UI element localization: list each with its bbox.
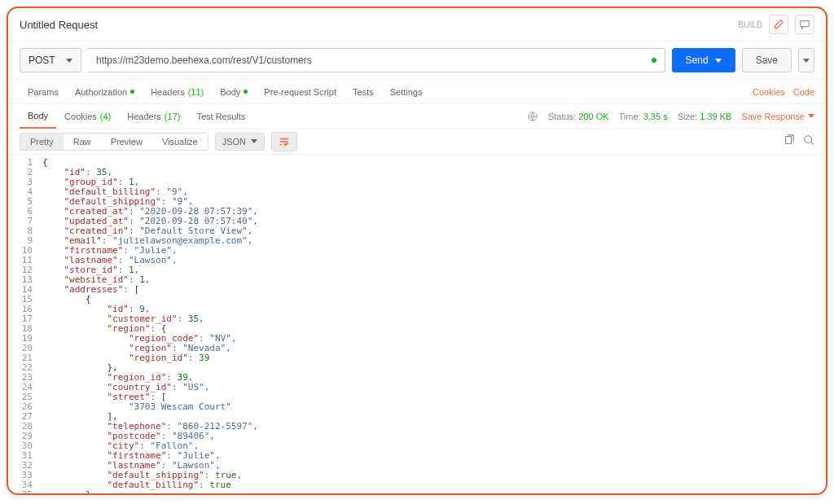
tab-authorization[interactable]: Authorization xyxy=(67,80,143,103)
request-bar: POST https://m23demo.beehexa.com/rest/V1… xyxy=(8,42,826,80)
tab-resp-testresults[interactable]: Test Results xyxy=(188,104,253,128)
wrap-icon[interactable] xyxy=(271,132,297,151)
size-label: Size: 1.39 KB xyxy=(678,112,732,121)
chevron-down-icon xyxy=(66,59,72,63)
code-line: 26 "3703 Wescam Court" xyxy=(8,402,826,412)
comment-icon[interactable] xyxy=(795,15,814,34)
svg-rect-0 xyxy=(801,21,810,27)
tab-params[interactable]: Params xyxy=(20,80,67,103)
chevron-down-icon xyxy=(808,114,814,118)
view-mode-group: Pretty Raw Preview Visualize xyxy=(20,133,208,151)
dot-indicator xyxy=(244,90,248,94)
svg-point-3 xyxy=(805,136,812,143)
status-label: Status: 200 OK xyxy=(548,112,609,121)
method-value: POST xyxy=(29,55,55,66)
search-icon[interactable] xyxy=(803,134,814,148)
response-toolbar: Pretty Raw Preview Visualize JSON xyxy=(8,129,826,155)
pretty-button[interactable]: Pretty xyxy=(20,134,64,150)
tab-body[interactable]: Body xyxy=(212,80,256,103)
tab-prerequest[interactable]: Pre-request Script xyxy=(256,80,345,103)
method-select[interactable]: POST xyxy=(20,48,81,72)
save-button[interactable]: Save xyxy=(742,48,792,72)
url-input[interactable]: https://m23demo.beehexa.com/rest/V1/cust… xyxy=(88,48,665,72)
response-body[interactable]: 1{2 "id": 35,3 "group_id": 1,4 "default_… xyxy=(8,155,826,493)
raw-button[interactable]: Raw xyxy=(64,134,101,150)
tab-resp-cookies[interactable]: Cookies (4) xyxy=(56,104,119,128)
edit-icon[interactable] xyxy=(769,15,788,34)
svg-rect-2 xyxy=(786,137,792,144)
code-line: 14 "addresses": [ xyxy=(8,285,826,295)
cookies-link[interactable]: Cookies xyxy=(753,87,785,97)
tab-resp-body[interactable]: Body xyxy=(20,105,56,129)
request-title: Untitled Request xyxy=(20,19,98,31)
chevron-down-icon xyxy=(715,59,722,63)
copy-icon[interactable] xyxy=(784,134,795,148)
send-button[interactable]: Send xyxy=(672,48,735,72)
save-response[interactable]: Save Response xyxy=(741,112,814,121)
dot-indicator xyxy=(130,90,134,94)
chevron-down-icon xyxy=(803,59,810,63)
build-label: BUILD xyxy=(739,20,762,29)
request-tabs: Params Authorization Headers (11) Body P… xyxy=(8,80,826,104)
code-link[interactable]: Code xyxy=(793,87,814,97)
globe-icon xyxy=(527,111,538,122)
tab-settings[interactable]: Settings xyxy=(382,80,431,103)
time-label: Time: 3.35 s xyxy=(619,112,668,121)
tab-headers[interactable]: Headers (11) xyxy=(143,80,212,103)
code-line: 1{ xyxy=(8,158,826,168)
url-text: https://m23demo.beehexa.com/rest/V1/cust… xyxy=(96,55,312,66)
chevron-down-icon xyxy=(251,139,257,143)
status-dot xyxy=(652,58,656,63)
code-line: 35 } xyxy=(8,490,826,493)
format-select[interactable]: JSON xyxy=(215,133,265,151)
code-line: 34 "default_billing": true xyxy=(8,480,826,490)
postman-window: Untitled Request BUILD POST https://m23d… xyxy=(7,7,827,495)
code-line: 21 "region_id": 39 xyxy=(8,353,826,363)
tab-tests[interactable]: Tests xyxy=(345,80,382,103)
tab-resp-headers[interactable]: Headers (17) xyxy=(119,104,188,128)
response-tabs: Body Cookies (4) Headers (17) Test Resul… xyxy=(8,104,826,129)
titlebar: Untitled Request BUILD xyxy=(8,8,826,42)
preview-button[interactable]: Preview xyxy=(101,134,152,150)
visualize-button[interactable]: Visualize xyxy=(152,134,208,150)
save-dropdown[interactable] xyxy=(798,48,814,72)
